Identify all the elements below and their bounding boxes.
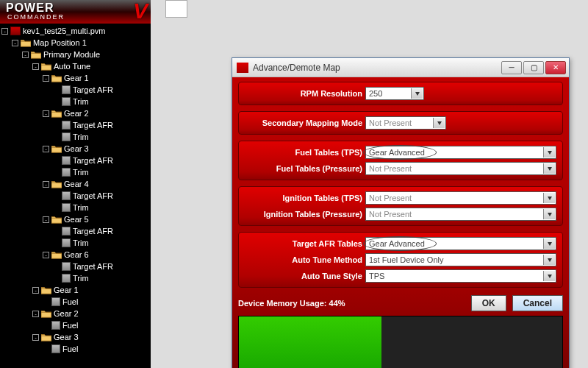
tree-item[interactable]: Trim (1, 272, 151, 284)
tree-toggle-icon[interactable]: - (32, 287, 39, 294)
pvm-file-icon (10, 26, 21, 35)
folder-icon (41, 333, 51, 342)
tree-item[interactable]: Fuel (1, 319, 151, 331)
tree-toggle-icon[interactable]: - (43, 146, 49, 152)
tree-item[interactable]: -Gear 2 (1, 107, 151, 119)
secondary-mapping-combo[interactable]: Not Present (365, 116, 446, 130)
folder-icon (41, 309, 51, 318)
tree-item[interactable]: Fuel (1, 343, 151, 355)
tree-item[interactable]: -Gear 1 (1, 284, 151, 296)
tree-item[interactable]: Target AFR (1, 225, 151, 237)
folder-icon (51, 74, 62, 82)
brand-v-icon: V (133, 0, 148, 24)
tree-toggle-icon[interactable]: - (43, 216, 49, 223)
memory-usage-fill (239, 316, 381, 368)
tree-item[interactable]: Trim (1, 237, 151, 249)
tree-toggle-icon[interactable]: - (32, 334, 39, 341)
tree-item-label: Target AFR (73, 156, 113, 165)
map-tree[interactable]: -kev1_test25_multi.pvm-Map Position 1-Pr… (0, 24, 151, 368)
tree-item[interactable]: -Gear 5 (1, 213, 151, 225)
tree-item-label: Trim (73, 132, 89, 141)
tree-toggle-icon[interactable]: - (43, 75, 49, 82)
tree-item-label: Trim (73, 238, 89, 247)
tree-item-label: Trim (73, 274, 89, 283)
tree-item-label: Primary Module (43, 50, 100, 59)
fuel-pressure-combo[interactable]: Not Present (365, 162, 556, 175)
tree-item-label: Target AFR (73, 227, 113, 236)
table-icon (51, 297, 60, 306)
fuel-tps-combo[interactable]: Gear Advanced (365, 146, 556, 159)
tree-item[interactable]: Target AFR (1, 84, 151, 96)
tree-item-label: Auto Tune (54, 62, 90, 71)
tree-toggle-icon[interactable]: - (43, 110, 49, 117)
table-icon (62, 156, 71, 165)
folder-icon (51, 215, 62, 224)
tree-item-label: Gear 1 (54, 286, 79, 294)
tree-toggle-icon[interactable]: - (43, 181, 49, 188)
tree-item[interactable]: -Gear 4 (1, 178, 151, 190)
close-button[interactable]: ✕ (545, 61, 566, 74)
rpm-resolution-value: 250 (369, 89, 382, 98)
panel-rpm: RPM Resolution 250 (238, 82, 563, 105)
tree-item[interactable]: -Primary Module (1, 49, 151, 60)
tree-item-label: Fuel (62, 297, 78, 306)
folder-icon (31, 50, 41, 59)
auto-tune-method-combo[interactable]: 1st Fuel Device Only (365, 253, 556, 266)
tree-item[interactable]: -Gear 1 (1, 72, 151, 84)
auto-tune-method-value: 1st Fuel Device Only (369, 255, 443, 264)
tree-item[interactable]: Target AFR (1, 190, 151, 202)
folder-icon (41, 286, 51, 294)
tree-toggle-icon[interactable]: - (32, 311, 39, 317)
dialog-titlebar[interactable]: Advance/Demote Map ─ ▢ ✕ (232, 58, 569, 77)
folder-icon (21, 38, 31, 47)
tree-item[interactable]: Target AFR (1, 261, 151, 272)
app-icon (237, 63, 248, 73)
auto-tune-style-label: Auto Tune Style (245, 272, 362, 280)
ignition-tps-label: Ignition Tables (TPS) (245, 194, 362, 202)
tree-item[interactable]: -kev1_test25_multi.pvm (1, 25, 151, 37)
secondary-mapping-label: Secondary Mapping Mode (245, 118, 362, 127)
tree-item[interactable]: -Auto Tune (1, 60, 151, 72)
ignition-pressure-combo[interactable]: Not Present (365, 208, 556, 221)
table-icon (62, 203, 71, 212)
cancel-button[interactable]: Cancel (512, 295, 563, 311)
ok-button[interactable]: OK (471, 295, 506, 311)
minimize-button[interactable]: ─ (501, 61, 522, 74)
ignition-tps-value: Not Present (369, 194, 412, 202)
maximize-button[interactable]: ▢ (523, 61, 544, 74)
tree-item[interactable]: Trim (1, 96, 151, 107)
tree-toggle-icon[interactable]: - (22, 52, 29, 58)
panel-afr: Target AFR Tables Gear Advanced Auto Tun… (238, 232, 563, 288)
table-icon (62, 274, 71, 283)
tree-toggle-icon[interactable]: - (12, 40, 18, 46)
tree-item[interactable]: -Gear 6 (1, 249, 151, 261)
tree-item-label: Target AFR (73, 85, 113, 94)
tree-toggle-icon[interactable]: - (43, 252, 49, 258)
tree-item-label: Gear 2 (64, 109, 89, 118)
auto-tune-style-combo[interactable]: TPS (365, 269, 556, 283)
target-afr-combo[interactable]: Gear Advanced (365, 237, 556, 250)
tree-item[interactable]: Target AFR (1, 155, 151, 166)
tree-item[interactable]: -Gear 3 (1, 331, 151, 343)
tree-toggle-icon[interactable]: - (1, 28, 8, 35)
table-icon (62, 227, 71, 236)
brand-logo: POWER COMMANDER V (0, 0, 151, 24)
tree-toggle-icon[interactable]: - (32, 63, 39, 70)
tree-item[interactable]: Fuel (1, 296, 151, 308)
panel-fuel: Fuel Tables (TPS) Gear Advanced Fuel Tab… (238, 141, 563, 180)
tree-item[interactable]: Target AFR (1, 119, 151, 131)
ignition-tps-combo[interactable]: Not Present (365, 191, 556, 205)
tree-item[interactable]: Trim (1, 202, 151, 213)
tree-item-label: Target AFR (73, 262, 113, 271)
tree-item[interactable]: -Gear 2 (1, 308, 151, 319)
tree-item-label: Gear 5 (64, 215, 89, 224)
tree-item-label: Target AFR (73, 121, 113, 130)
tree-item[interactable]: Trim (1, 131, 151, 143)
tree-item[interactable]: -Gear 3 (1, 143, 151, 155)
brand-main: POWER (6, 3, 65, 13)
table-icon (62, 132, 71, 141)
tree-item[interactable]: Trim (1, 166, 151, 178)
advance-demote-dialog: Advance/Demote Map ─ ▢ ✕ RPM Resolution … (232, 57, 570, 368)
tree-item[interactable]: -Map Position 1 (1, 37, 151, 49)
rpm-resolution-combo[interactable]: 250 (365, 87, 424, 100)
